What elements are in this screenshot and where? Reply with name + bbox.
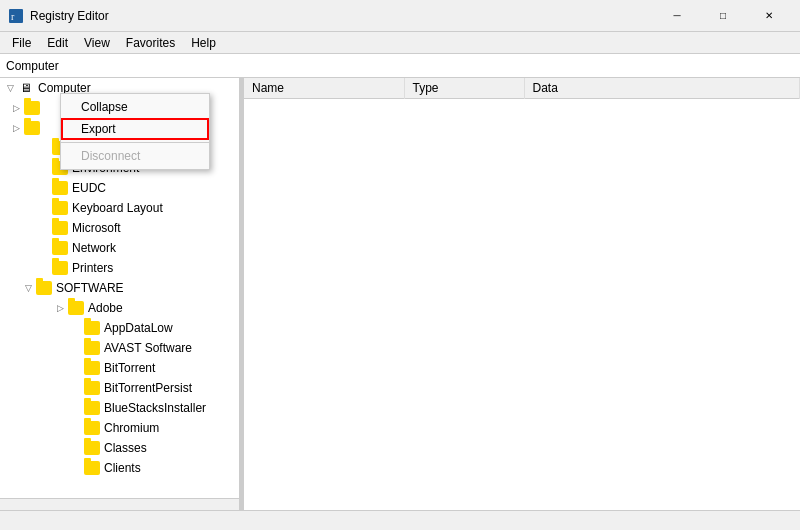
folder-printers — [52, 261, 68, 275]
expand-bluestacks[interactable] — [68, 400, 84, 416]
label-microsoft: Microsoft — [72, 221, 121, 235]
menu-bar: File Edit View Favorites Help — [0, 32, 800, 54]
expand-hklm[interactable]: ▷ — [8, 120, 24, 136]
menu-view[interactable]: View — [76, 34, 118, 52]
tree-scroll[interactable]: ▽ 🖥 Computer Collapse Export Disconnect … — [0, 78, 239, 510]
label-software: SOFTWARE — [56, 281, 124, 295]
tree-item-classes[interactable]: Classes — [0, 438, 239, 458]
tree-item-network[interactable]: Network — [0, 238, 239, 258]
tree-item-software[interactable]: ▽ SOFTWARE — [0, 278, 239, 298]
label-avast: AVAST Software — [104, 341, 192, 355]
tree-item-bittorrentpersist[interactable]: BitTorrentPersist — [0, 378, 239, 398]
tree-item-printers[interactable]: Printers — [0, 258, 239, 278]
window-title: Registry Editor — [30, 9, 654, 23]
tree-item-appdatalow[interactable]: AppDataLow — [0, 318, 239, 338]
tree-item-clients[interactable]: Clients — [0, 458, 239, 478]
expand-hkcu[interactable]: ▷ — [8, 100, 24, 116]
address-text: Computer — [6, 59, 59, 73]
folder-avast — [84, 341, 100, 355]
expand-network[interactable] — [36, 240, 52, 256]
table-header-row: Name Type Data — [244, 78, 800, 99]
minimize-button[interactable]: ─ — [654, 0, 700, 32]
main-content: ▽ 🖥 Computer Collapse Export Disconnect … — [0, 78, 800, 510]
folder-bittorrent — [84, 361, 100, 375]
menu-favorites[interactable]: Favorites — [118, 34, 183, 52]
app-icon: r — [8, 8, 24, 24]
folder-eudc — [52, 181, 68, 195]
label-bittorrentpersist: BitTorrentPersist — [104, 381, 192, 395]
menu-file[interactable]: File — [4, 34, 39, 52]
expand-computer[interactable]: ▽ — [2, 80, 18, 96]
tree-item-bluestacks[interactable]: BlueStacksInstaller — [0, 398, 239, 418]
expand-avast[interactable] — [68, 340, 84, 356]
expand-microsoft[interactable] — [36, 220, 52, 236]
context-menu: Collapse Export Disconnect — [60, 93, 210, 170]
expand-bittorrent[interactable] — [68, 360, 84, 376]
label-keyboard-layout: Keyboard Layout — [72, 201, 163, 215]
tree-item-eudc[interactable]: EUDC — [0, 178, 239, 198]
close-button[interactable]: ✕ — [746, 0, 792, 32]
folder-adobe — [68, 301, 84, 315]
label-appdatalow: AppDataLow — [104, 321, 173, 335]
label-classes: Classes — [104, 441, 147, 455]
folder-chromium — [84, 421, 100, 435]
status-bar — [0, 510, 800, 530]
folder-hkcu — [24, 101, 40, 115]
ctx-separator — [61, 142, 209, 143]
label-clients: Clients — [104, 461, 141, 475]
tree-item-chromium[interactable]: Chromium — [0, 418, 239, 438]
tree-item-avast[interactable]: AVAST Software — [0, 338, 239, 358]
detail-table: Name Type Data — [244, 78, 800, 99]
expand-eudc[interactable] — [36, 180, 52, 196]
label-bittorrent: BitTorrent — [104, 361, 155, 375]
folder-hklm — [24, 121, 40, 135]
label-network: Network — [72, 241, 116, 255]
tree-item-keyboard-layout[interactable]: Keyboard Layout — [0, 198, 239, 218]
tree-item-bittorrent[interactable]: BitTorrent — [0, 358, 239, 378]
expand-printers[interactable] — [36, 260, 52, 276]
right-panel: Name Type Data — [244, 78, 800, 510]
expand-bittorrentpersist[interactable] — [68, 380, 84, 396]
expand-adobe[interactable]: ▷ — [52, 300, 68, 316]
label-printers: Printers — [72, 261, 113, 275]
menu-help[interactable]: Help — [183, 34, 224, 52]
maximize-button[interactable]: □ — [700, 0, 746, 32]
tree-panel: ▽ 🖥 Computer Collapse Export Disconnect … — [0, 78, 240, 510]
address-bar: Computer — [0, 54, 800, 78]
ctx-disconnect: Disconnect — [61, 145, 209, 167]
folder-clients — [84, 461, 100, 475]
tree-item-adobe[interactable]: ▷ Adobe — [0, 298, 239, 318]
col-name[interactable]: Name — [244, 78, 404, 99]
folder-classes — [84, 441, 100, 455]
expand-clients[interactable] — [68, 460, 84, 476]
folder-network — [52, 241, 68, 255]
label-chromium: Chromium — [104, 421, 159, 435]
tree-item-microsoft[interactable]: Microsoft — [0, 218, 239, 238]
folder-software — [36, 281, 52, 295]
ctx-export[interactable]: Export — [61, 118, 209, 140]
label-eudc: EUDC — [72, 181, 106, 195]
menu-edit[interactable]: Edit — [39, 34, 76, 52]
expand-software[interactable]: ▽ — [20, 280, 36, 296]
folder-bittorrentpersist — [84, 381, 100, 395]
folder-microsoft — [52, 221, 68, 235]
expand-keyboard-layout[interactable] — [36, 200, 52, 216]
computer-icon: 🖥 — [18, 81, 34, 95]
expand-classes[interactable] — [68, 440, 84, 456]
window-controls[interactable]: ─ □ ✕ — [654, 0, 792, 32]
expand-appdatalow[interactable] — [68, 320, 84, 336]
title-bar: r Registry Editor ─ □ ✕ — [0, 0, 800, 32]
col-type[interactable]: Type — [404, 78, 524, 99]
label-bluestacks: BlueStacksInstaller — [104, 401, 206, 415]
folder-bluestacks — [84, 401, 100, 415]
expand-environment[interactable] — [36, 160, 52, 176]
expand-control-panel[interactable] — [36, 140, 52, 156]
label-adobe: Adobe — [88, 301, 123, 315]
folder-keyboard-layout — [52, 201, 68, 215]
col-data[interactable]: Data — [524, 78, 800, 99]
ctx-collapse[interactable]: Collapse — [61, 96, 209, 118]
expand-chromium[interactable] — [68, 420, 84, 436]
folder-appdatalow — [84, 321, 100, 335]
tree-hscroll[interactable] — [0, 498, 239, 510]
